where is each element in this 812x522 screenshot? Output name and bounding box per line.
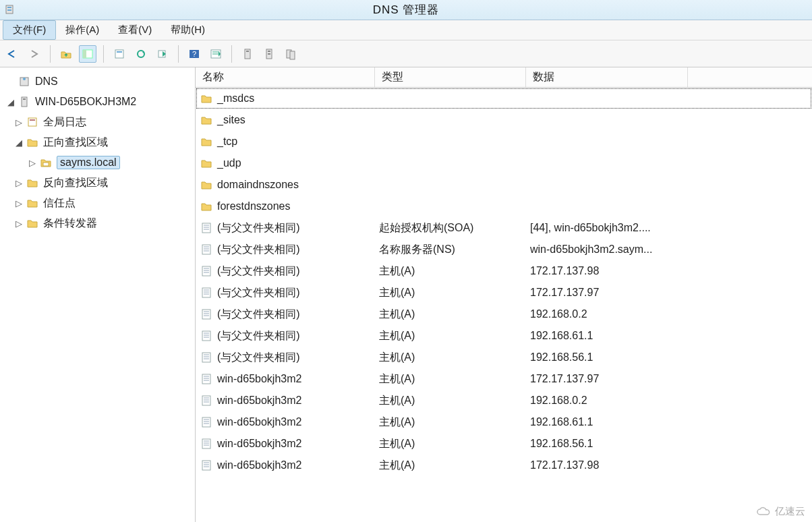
svg-rect-22 — [23, 98, 26, 100]
tree-root-dns[interactable]: DNS — [3, 71, 192, 92]
record-icon — [200, 415, 213, 429]
show-tree-button[interactable] — [79, 45, 96, 63]
cell-name: win-d65bokjh3m2 — [217, 416, 379, 428]
list-row[interactable]: forestdnszones — [196, 196, 812, 217]
cell-name: _tcp — [217, 136, 379, 148]
cell-name: _udp — [217, 157, 379, 169]
refresh-button[interactable] — [132, 45, 150, 63]
cell-data: 192.168.61.1 — [530, 330, 692, 342]
svg-point-20 — [23, 78, 26, 80]
list-row[interactable]: _udp — [196, 152, 812, 174]
tree-reverse-zones[interactable]: ▷ 反向查找区域 — [3, 173, 192, 193]
svg-rect-5 — [115, 50, 123, 58]
list-row[interactable]: (与父文件夹相同)主机(A)192.168.56.1 — [196, 347, 812, 368]
expander-expand-icon[interactable]: ▷ — [13, 198, 24, 208]
tree-server[interactable]: ◢ WIN-D65BOKJH3M2 — [3, 92, 192, 112]
list-row[interactable]: _sites — [196, 109, 812, 131]
svg-rect-36 — [202, 439, 210, 448]
properties-button[interactable] — [111, 45, 128, 63]
list-row[interactable]: (与父文件夹相同)主机(A)192.168.0.2 — [196, 303, 812, 325]
cell-data: 192.168.56.1 — [530, 438, 692, 450]
export-button[interactable] — [154, 45, 171, 63]
cell-name: win-d65bokjh3m2 — [217, 459, 379, 471]
cell-data: 172.17.137.97 — [530, 287, 692, 299]
list-row[interactable]: win-d65bokjh3m2主机(A)192.168.61.1 — [196, 411, 812, 433]
cell-type: 主机(A) — [379, 437, 530, 451]
server-button-3[interactable] — [282, 45, 299, 63]
list-row[interactable]: win-d65bokjh3m2主机(A)172.17.137.98 — [196, 455, 812, 476]
list-row[interactable]: win-d65bokjh3m2主机(A)192.168.56.1 — [196, 433, 812, 455]
expander-expand-icon[interactable]: ▷ — [13, 218, 24, 229]
dns-root-icon — [18, 75, 31, 88]
toolbar: ? — [0, 40, 812, 67]
svg-rect-34 — [202, 396, 210, 405]
tree-conditional-fwd[interactable]: ▷ 条件转发器 — [3, 213, 192, 233]
svg-rect-26 — [202, 223, 210, 233]
list-row[interactable]: (与父文件夹相同)主机(A)172.17.137.97 — [196, 282, 812, 303]
cell-name: forestdnszones — [217, 200, 379, 212]
menu-bar: 文件(F) 操作(A) 查看(V) 帮助(H) — [0, 20, 812, 40]
list-header: 名称 类型 数据 — [196, 67, 812, 88]
cell-data: 172.17.137.98 — [530, 459, 692, 471]
column-header-data[interactable]: 数据 — [526, 67, 688, 87]
expander-icon[interactable] — [5, 76, 16, 87]
svg-rect-25 — [43, 163, 49, 166]
list-row[interactable]: win-d65bokjh3m2主机(A)172.17.137.97 — [196, 368, 812, 390]
cell-data: [44], win-d65bokjh3m2.... — [530, 222, 692, 234]
toolbar-separator — [50, 45, 51, 63]
up-folder-button[interactable] — [57, 45, 75, 63]
folder-icon — [200, 156, 213, 170]
menu-file[interactable]: 文件(F) — [3, 20, 56, 40]
menu-view[interactable]: 查看(V) — [109, 20, 161, 40]
column-header-type[interactable]: 类型 — [375, 67, 526, 87]
menu-action[interactable]: 操作(A) — [56, 20, 109, 40]
cell-type: 主机(A) — [379, 459, 530, 473]
cell-data: 192.168.0.2 — [530, 395, 692, 407]
record-icon — [200, 243, 213, 256]
cell-data: 172.17.137.98 — [530, 265, 692, 277]
list-row[interactable]: (与父文件夹相同)起始授权机构(SOA)[44], win-d65bokjh3m… — [196, 217, 812, 239]
list-pane: 名称 类型 数据 _msdcs_sites_tcp_udpdomaindnszo… — [196, 67, 812, 522]
folder-icon — [200, 92, 213, 105]
tree-label: sayms.local — [57, 156, 120, 169]
watermark: 亿速云 — [756, 505, 805, 518]
svg-rect-31 — [202, 331, 210, 341]
cell-type: 主机(A) — [379, 394, 530, 408]
dns-app-icon — [4, 4, 15, 15]
expander-collapse-icon[interactable]: ◢ — [13, 137, 24, 148]
list-row[interactable]: (与父文件夹相同)主机(A)192.168.61.1 — [196, 325, 812, 347]
server-button-2[interactable] — [260, 45, 278, 63]
list-row[interactable]: _tcp — [196, 131, 812, 152]
tree-label: 正向查找区域 — [43, 136, 108, 150]
tree-trust-points[interactable]: ▷ 信任点 — [3, 193, 192, 213]
column-header-name[interactable]: 名称 — [196, 67, 375, 87]
expander-expand-icon[interactable]: ▷ — [13, 177, 24, 188]
list-body: _msdcs_sites_tcp_udpdomaindnszonesforest… — [196, 88, 812, 476]
expander-expand-icon[interactable]: ▷ — [13, 117, 24, 127]
folder-icon — [200, 135, 213, 148]
zone-icon — [39, 156, 53, 169]
list-row[interactable]: (与父文件夹相同)名称服务器(NS)win-d65bokjh3m2.saym..… — [196, 239, 812, 260]
tree-label: 条件转发器 — [43, 216, 97, 231]
nav-back-button[interactable] — [4, 45, 22, 63]
filter-button[interactable] — [207, 45, 225, 63]
expander-expand-icon[interactable]: ▷ — [27, 157, 38, 168]
help-button[interactable]: ? — [185, 45, 203, 63]
tree-forward-zones[interactable]: ◢ 正向查找区域 — [3, 132, 192, 152]
toolbar-separator — [178, 45, 179, 63]
list-row[interactable]: (与父文件夹相同)主机(A)172.17.137.98 — [196, 260, 812, 282]
window-title: DNS 管理器 — [373, 2, 440, 18]
record-icon — [200, 329, 213, 343]
server-button-1[interactable] — [239, 45, 256, 63]
list-row[interactable]: win-d65bokjh3m2主机(A)192.168.0.2 — [196, 390, 812, 411]
svg-rect-24 — [30, 119, 35, 121]
record-icon — [200, 308, 213, 321]
cell-name: (与父文件夹相同) — [217, 243, 379, 257]
menu-help[interactable]: 帮助(H) — [161, 20, 214, 40]
nav-forward-button[interactable] — [26, 45, 43, 63]
list-row[interactable]: _msdcs — [196, 88, 812, 109]
tree-global-log[interactable]: ▷ 全局日志 — [3, 112, 192, 132]
expander-collapse-icon[interactable]: ◢ — [5, 96, 16, 107]
tree-zone-selected[interactable]: ▷ sayms.local — [3, 152, 192, 173]
list-row[interactable]: domaindnszones — [196, 174, 812, 196]
